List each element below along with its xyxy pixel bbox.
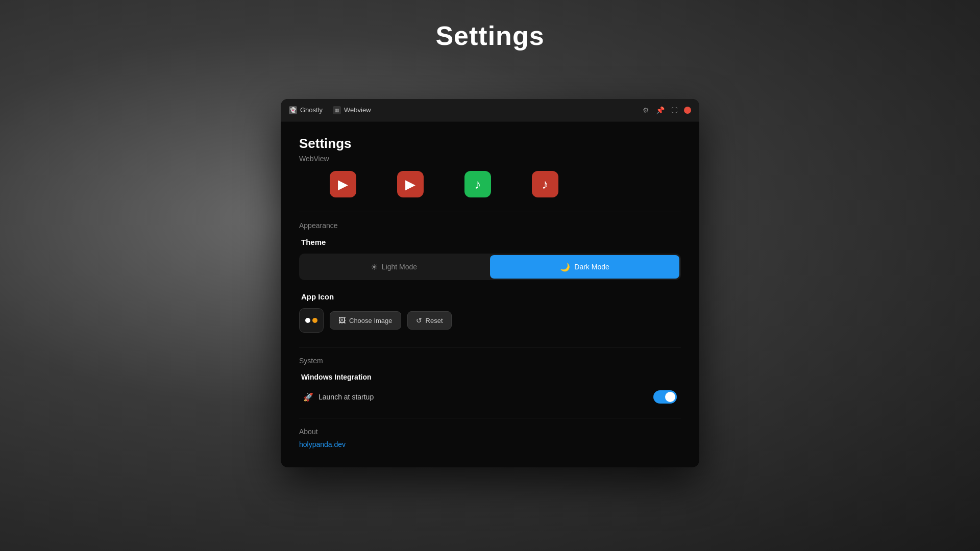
appearance-label: Appearance bbox=[299, 221, 681, 230]
theme-title: Theme bbox=[301, 238, 681, 246]
divider-2 bbox=[299, 347, 681, 347]
ghostly-icon: 👻 bbox=[289, 106, 297, 114]
tab-ghostly-label: Ghostly bbox=[300, 106, 323, 114]
launch-startup-label: 🚀 Launch at startup bbox=[303, 392, 374, 402]
image-icon: 🖼 bbox=[338, 316, 346, 324]
divider-3 bbox=[299, 418, 681, 418]
launch-startup-text: Launch at startup bbox=[318, 393, 374, 401]
sun-icon: ☀ bbox=[371, 262, 378, 272]
dot-orange bbox=[312, 318, 317, 323]
titlebar-controls: ⚙ 📌 ⛶ bbox=[641, 106, 691, 115]
current-app-icon bbox=[299, 308, 324, 333]
youtube-icon: ▶ bbox=[405, 177, 415, 192]
light-mode-option[interactable]: ☀ Light Mode bbox=[299, 255, 488, 279]
invidious-icon: ▶ bbox=[338, 177, 348, 192]
app-icon-section: App Icon 🖼 Choose Image ↺ Reset bbox=[299, 292, 681, 333]
webview-tab-icon: ▦ bbox=[333, 106, 341, 114]
settings-content: Settings WebView ▶ ▶ ♪ ♪ Appearance Them… bbox=[281, 121, 699, 467]
rocket-icon: 🚀 bbox=[303, 392, 313, 402]
music-icon: ♪ bbox=[542, 177, 549, 192]
app-icon-youtube[interactable]: ▶ bbox=[397, 171, 424, 197]
launch-startup-toggle[interactable] bbox=[653, 390, 677, 404]
app-icon-spotify[interactable]: ♪ bbox=[464, 171, 491, 197]
app-icon-title: App Icon bbox=[301, 292, 681, 301]
theme-toggle[interactable]: ☀ Light Mode 🌙 Dark Mode bbox=[299, 254, 681, 280]
light-mode-label: Light Mode bbox=[382, 263, 417, 271]
appearance-section: Appearance Theme ☀ Light Mode 🌙 Dark Mod… bbox=[299, 221, 681, 280]
spotify-icon: ♪ bbox=[475, 177, 481, 192]
icon-dots bbox=[305, 318, 317, 323]
resize-icon[interactable]: ⛶ bbox=[670, 106, 679, 115]
about-link[interactable]: holypanda.dev bbox=[299, 440, 346, 448]
about-section: About holypanda.dev bbox=[299, 428, 681, 449]
divider-1 bbox=[299, 212, 681, 212]
app-icon-music[interactable]: ♪ bbox=[532, 171, 558, 197]
reset-label: Reset bbox=[426, 317, 443, 324]
toggle-knob bbox=[665, 392, 675, 402]
launch-startup-row: 🚀 Launch at startup bbox=[299, 388, 681, 406]
tab-webview-label: Webview bbox=[344, 106, 371, 114]
webview-label: WebView bbox=[299, 155, 681, 163]
system-label: System bbox=[299, 357, 681, 365]
tab-ghostly[interactable]: 👻 Ghostly bbox=[289, 106, 323, 114]
reset-icon: ↺ bbox=[416, 316, 422, 324]
about-title: About bbox=[299, 428, 681, 436]
reset-button[interactable]: ↺ Reset bbox=[407, 311, 452, 330]
choose-image-button[interactable]: 🖼 Choose Image bbox=[330, 311, 401, 330]
page-title: Settings bbox=[435, 20, 544, 51]
pin-icon[interactable]: 📌 bbox=[655, 106, 665, 115]
dark-mode-label: Dark Mode bbox=[574, 263, 609, 271]
close-button[interactable] bbox=[684, 107, 691, 114]
dark-mode-option[interactable]: 🌙 Dark Mode bbox=[490, 255, 679, 279]
app-icon-controls: 🖼 Choose Image ↺ Reset bbox=[299, 308, 681, 333]
tab-webview[interactable]: ▦ Webview bbox=[333, 106, 371, 114]
gear-icon[interactable]: ⚙ bbox=[641, 106, 650, 115]
system-section: System Windows Integration 🚀 Launch at s… bbox=[299, 357, 681, 406]
moon-icon: 🌙 bbox=[560, 262, 570, 272]
choose-image-label: Choose Image bbox=[349, 317, 393, 324]
webview-app-icons: ▶ ▶ ♪ ♪ bbox=[299, 171, 681, 197]
app-icon-invidious[interactable]: ▶ bbox=[330, 171, 356, 197]
windows-integration-title: Windows Integration bbox=[301, 373, 681, 381]
titlebar: 👻 Ghostly ▦ Webview ⚙ 📌 ⛶ bbox=[281, 99, 699, 121]
titlebar-tabs: 👻 Ghostly ▦ Webview bbox=[289, 106, 371, 114]
settings-window: 👻 Ghostly ▦ Webview ⚙ 📌 ⛶ Settings WebVi… bbox=[281, 99, 699, 467]
dot-white bbox=[305, 318, 310, 323]
settings-heading: Settings bbox=[299, 136, 681, 152]
